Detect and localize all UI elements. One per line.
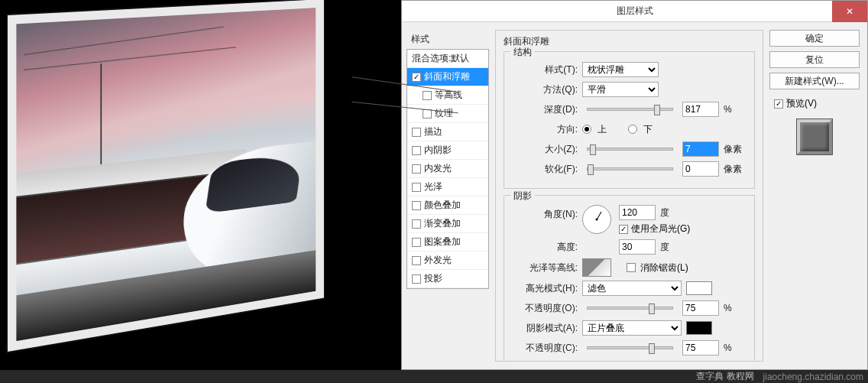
checkbox-icon[interactable] <box>412 219 421 229</box>
highlight-opacity-input[interactable] <box>682 300 719 316</box>
style-select[interactable]: 枕状浮雕 <box>582 62 659 77</box>
panel-title: 斜面和浮雕 <box>504 35 755 48</box>
structure-fieldset: 结构 样式(T): 枕状浮雕 方法(Q): 平滑 深度(D): % 方向: <box>504 51 755 189</box>
style-item-bevel[interactable]: 斜面和浮雕 <box>407 68 488 86</box>
size-label: 大小(Z): <box>512 143 578 156</box>
shadow-opacity-unit: % <box>724 342 747 353</box>
shadow-opacity-label: 不透明度(C): <box>512 342 578 355</box>
styles-column: 样式 混合选项:默认 斜面和浮雕 等高线 纹理 描边 内阴影 内发光 光泽 颜色… <box>406 30 489 362</box>
depth-label: 深度(D): <box>512 103 578 116</box>
shadow-opacity-slider[interactable] <box>587 346 673 349</box>
style-preview-swatch <box>797 119 832 154</box>
photo-frame <box>8 0 324 352</box>
cancel-button[interactable]: 复位 <box>769 51 860 68</box>
preview-label: 预览(V) <box>786 97 817 110</box>
soften-slider[interactable] <box>587 167 673 170</box>
angle-label: 角度(N): <box>512 205 578 221</box>
shadow-mode-label: 阴影模式(A): <box>512 322 578 335</box>
dialog-title: 图层样式 <box>617 5 653 18</box>
shadow-mode-select[interactable]: 正片叠底 <box>582 320 682 336</box>
highlight-opacity-unit: % <box>724 303 747 313</box>
highlight-color-swatch[interactable] <box>686 281 712 295</box>
style-item-pattern-overlay[interactable]: 图案叠加 <box>407 233 488 252</box>
shadow-opacity-input[interactable] <box>682 340 719 355</box>
angle-unit: 度 <box>660 206 683 219</box>
direction-up-radio[interactable] <box>582 125 591 134</box>
style-item-satin[interactable]: 光泽 <box>407 178 488 196</box>
altitude-label: 高度: <box>512 241 578 254</box>
close-icon: ✕ <box>846 6 853 17</box>
direction-up-label: 上 <box>598 123 607 136</box>
styles-header: 样式 <box>406 30 489 49</box>
watermark-footer: 查字典 教程网 jiaocheng.chazidian.com <box>0 370 868 383</box>
layer-style-dialog: 图层样式 ✕ 样式 混合选项:默认 斜面和浮雕 等高线 纹理 描边 内阴影 内发… <box>401 0 868 370</box>
angle-dial[interactable] <box>582 205 611 234</box>
checkbox-icon[interactable] <box>412 201 421 210</box>
style-label: 样式(T): <box>512 63 578 76</box>
style-item-gradient-overlay[interactable]: 渐变叠加 <box>407 215 488 233</box>
gloss-contour-label: 光泽等高线: <box>512 261 578 274</box>
global-light-label: 使用全局光(G) <box>631 222 690 235</box>
close-button[interactable]: ✕ <box>832 1 867 22</box>
style-item-contour[interactable]: 等高线 <box>407 86 488 105</box>
highlight-opacity-slider[interactable] <box>587 307 673 310</box>
dialog-titlebar[interactable]: 图层样式 ✕ <box>402 1 867 22</box>
highlight-mode-label: 高光模式(H): <box>512 282 578 295</box>
checkbox-icon[interactable] <box>412 274 421 284</box>
depth-unit: % <box>724 104 747 115</box>
checkbox-icon[interactable] <box>412 183 421 192</box>
size-unit: 像素 <box>724 143 747 156</box>
soften-unit: 像素 <box>724 163 747 176</box>
direction-down-label: 下 <box>643 123 653 136</box>
new-style-button[interactable]: 新建样式(W)... <box>769 73 860 89</box>
shading-legend: 阴影 <box>510 190 535 203</box>
depth-slider[interactable] <box>587 108 673 111</box>
altitude-input[interactable] <box>619 239 656 255</box>
canvas-area <box>0 0 401 383</box>
checkbox-icon[interactable] <box>412 238 421 247</box>
size-input[interactable] <box>682 141 719 157</box>
global-light-checkbox[interactable] <box>619 225 628 234</box>
preview-checkbox[interactable] <box>774 99 783 109</box>
technique-select[interactable]: 平滑 <box>582 82 659 97</box>
depth-input[interactable] <box>682 102 719 117</box>
settings-panel: 斜面和浮雕 结构 样式(T): 枕状浮雕 方法(Q): 平滑 深度(D): % <box>495 30 763 362</box>
structure-legend: 结构 <box>510 46 535 59</box>
style-item-texture[interactable]: 纹理 <box>407 105 488 123</box>
technique-label: 方法(Q): <box>512 83 578 96</box>
checkbox-icon[interactable] <box>412 73 421 82</box>
altitude-unit: 度 <box>660 241 683 254</box>
checkbox-icon[interactable] <box>423 91 432 100</box>
style-item-drop-shadow[interactable]: 投影 <box>407 270 488 288</box>
style-item-stroke[interactable]: 描边 <box>407 123 488 141</box>
style-item-blending[interactable]: 混合选项:默认 <box>407 50 488 68</box>
shading-fieldset: 阴影 角度(N): 度 使用全局光(G) <box>504 195 755 362</box>
watermark-brand: 查字典 教程网 <box>696 370 753 383</box>
direction-down-radio[interactable] <box>628 125 637 134</box>
style-item-color-overlay[interactable]: 颜色叠加 <box>407 196 488 215</box>
style-item-outer-glow[interactable]: 外发光 <box>407 252 488 270</box>
checkbox-icon[interactable] <box>412 146 421 155</box>
checkbox-icon[interactable] <box>412 256 421 265</box>
gloss-contour-picker[interactable] <box>582 258 611 277</box>
angle-input[interactable] <box>619 205 656 220</box>
checkbox-icon[interactable] <box>412 164 421 174</box>
highlight-mode-select[interactable]: 滤色 <box>582 281 682 296</box>
soften-input[interactable] <box>682 161 719 177</box>
highlight-opacity-label: 不透明度(O): <box>512 302 578 315</box>
checkbox-icon[interactable] <box>412 128 421 137</box>
soften-label: 软化(F): <box>512 163 578 176</box>
dialog-actions: 确定 复位 新建样式(W)... 预览(V) <box>769 30 860 362</box>
styles-list: 混合选项:默认 斜面和浮雕 等高线 纹理 描边 内阴影 内发光 光泽 颜色叠加 … <box>406 49 489 289</box>
anti-alias-checkbox[interactable] <box>627 263 636 272</box>
shadow-color-swatch[interactable] <box>686 321 712 335</box>
style-item-inner-shadow[interactable]: 内阴影 <box>407 141 488 160</box>
ok-button[interactable]: 确定 <box>769 30 860 47</box>
direction-label: 方向: <box>512 123 578 136</box>
style-item-inner-glow[interactable]: 内发光 <box>407 160 488 178</box>
anti-alias-label: 消除锯齿(L) <box>640 261 688 274</box>
watermark-url: jiaocheng.chazidian.com <box>763 372 863 382</box>
size-slider[interactable] <box>587 148 673 151</box>
